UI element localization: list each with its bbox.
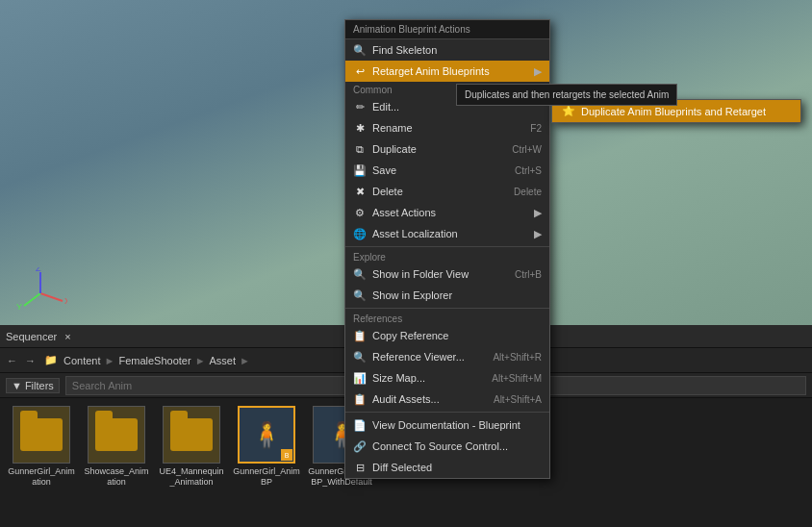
tooltip-text: Duplicates and then retargets the select… bbox=[465, 89, 669, 100]
asset-icon-folder2 bbox=[88, 406, 145, 464]
show-explorer-icon: 🔍 bbox=[353, 289, 367, 302]
asset-icon-folder1 bbox=[13, 406, 70, 464]
show-folder-icon: 🔍 bbox=[353, 267, 367, 281]
view-documentation-icon: 📄 bbox=[353, 418, 367, 432]
save-shortcut: Ctrl+S bbox=[515, 165, 542, 176]
asset-icon-char1: 🧍 B bbox=[238, 406, 295, 464]
axes-indicator: X Y Z bbox=[14, 267, 67, 320]
star-icon: ⭐ bbox=[562, 105, 575, 117]
svg-text:X: X bbox=[64, 296, 67, 306]
menu-item-retarget[interactable]: ↩ Retarget Anim Blueprints ▶ ⭐ Duplicate… bbox=[345, 61, 549, 82]
duplicate-shortcut: Ctrl+W bbox=[512, 144, 542, 155]
breadcrumb-asset[interactable]: Asset bbox=[210, 355, 237, 366]
list-item[interactable]: GunnerGirl_Animation bbox=[8, 406, 75, 515]
find-skeleton-icon: 🔍 bbox=[353, 43, 367, 57]
references-section: References 📋 Copy Reference 🔍 Reference … bbox=[345, 308, 549, 410]
list-item[interactable]: UE4_Mannequin_Animation bbox=[158, 406, 225, 515]
menu-item-label: Diff Selected bbox=[372, 462, 432, 473]
retarget-arrow-icon: ▶ bbox=[534, 65, 542, 78]
menu-item-label: Asset Actions bbox=[372, 207, 436, 218]
asset-label: GunnerGirl_Animation bbox=[8, 466, 75, 488]
breadcrumb-sep3: ► bbox=[240, 355, 250, 366]
menu-item-label: Edit... bbox=[372, 101, 399, 113]
menu-item-find-skeleton[interactable]: 🔍 Find Skeleton bbox=[345, 39, 549, 61]
delete-icon: ✖ bbox=[353, 185, 367, 198]
save-icon: 💾 bbox=[353, 163, 367, 177]
asset-label: GunnerGirl_AnimBP bbox=[233, 466, 300, 488]
filters-label: Filters bbox=[25, 380, 54, 391]
menu-item-rename[interactable]: ✱ Rename F2 bbox=[345, 117, 549, 138]
sequencer-close-button[interactable]: × bbox=[64, 331, 70, 342]
menu-item-copy-reference[interactable]: 📋 Copy Reference bbox=[345, 325, 549, 346]
explore-section-label: Explore bbox=[345, 249, 549, 264]
menu-item-size-map[interactable]: 📊 Size Map... Alt+Shift+M bbox=[345, 367, 549, 389]
audit-assets-icon: 📋 bbox=[353, 392, 367, 406]
menu-item-audit-assets[interactable]: 📋 Audit Assets... Alt+Shift+A bbox=[345, 389, 549, 410]
menu-item-label: Size Map... bbox=[372, 372, 425, 384]
sequencer-label: Sequencer bbox=[6, 331, 57, 342]
rename-icon: ✱ bbox=[353, 121, 367, 135]
menu-item-view-documentation[interactable]: 📄 View Documentation - Blueprint bbox=[345, 414, 549, 436]
menu-item-label: Reference Viewer... bbox=[372, 351, 465, 363]
filters-button[interactable]: ▼ Filters bbox=[6, 378, 60, 393]
reference-viewer-shortcut: Alt+Shift+R bbox=[493, 352, 542, 363]
rename-shortcut: F2 bbox=[530, 123, 542, 134]
menu-item-save[interactable]: 💾 Save Ctrl+S bbox=[345, 160, 549, 181]
asset-localization-arrow-icon: ▶ bbox=[534, 228, 542, 240]
asset-actions-arrow-icon: ▶ bbox=[534, 207, 542, 219]
menu-item-reference-viewer[interactable]: 🔍 Reference Viewer... Alt+Shift+R bbox=[345, 346, 549, 367]
size-map-shortcut: Alt+Shift+M bbox=[492, 373, 542, 384]
menu-item-show-explorer[interactable]: 🔍 Show in Explorer bbox=[345, 285, 549, 306]
menu-item-asset-actions[interactable]: ⚙ Asset Actions ▶ bbox=[345, 202, 549, 223]
delete-shortcut: Delete bbox=[514, 187, 542, 197]
menu-item-label: Retarget Anim Blueprints bbox=[372, 65, 490, 77]
references-section-label: References bbox=[345, 311, 549, 325]
menu-item-connect-source[interactable]: 🔗 Connect To Source Control... bbox=[345, 436, 549, 457]
menu-item-duplicate[interactable]: ⧉ Duplicate Ctrl+W bbox=[345, 138, 549, 160]
breadcrumb-folder-icon: 📁 bbox=[44, 354, 58, 366]
svg-line-2 bbox=[24, 293, 40, 306]
menu-item-label: Audit Assets... bbox=[372, 393, 440, 405]
breadcrumb-sep2: ► bbox=[195, 355, 206, 366]
list-item[interactable]: 🧍 B GunnerGirl_AnimBP bbox=[233, 406, 300, 515]
asset-icon-folder3 bbox=[163, 406, 220, 464]
breadcrumb-forward-button[interactable]: → bbox=[22, 355, 38, 366]
duplicate-icon: ⧉ bbox=[353, 142, 367, 156]
audit-assets-shortcut: Alt+Shift+A bbox=[494, 394, 542, 405]
menu-item-label: Delete bbox=[372, 186, 403, 197]
svg-text:Z: Z bbox=[36, 267, 41, 273]
menu-item-label: Connect To Source Control... bbox=[372, 440, 508, 452]
menu-item-label: Find Skeleton bbox=[372, 44, 437, 56]
size-map-icon: 📊 bbox=[353, 371, 367, 385]
reference-viewer-icon: 🔍 bbox=[353, 350, 367, 364]
menu-item-show-folder[interactable]: 🔍 Show in Folder View Ctrl+B bbox=[345, 264, 549, 285]
submenu-item-label: Duplicate Anim Blueprints and Retarget bbox=[581, 106, 766, 117]
menu-item-label: Asset Localization bbox=[372, 228, 458, 239]
menu-item-label: Copy Reference bbox=[372, 330, 449, 341]
asset-actions-icon: ⚙ bbox=[353, 206, 367, 219]
tooltip-box: Duplicates and then retargets the select… bbox=[456, 84, 677, 106]
svg-line-0 bbox=[40, 293, 63, 301]
menu-item-label: Duplicate bbox=[372, 143, 417, 155]
menu-item-label: Save bbox=[372, 164, 396, 176]
context-menu-header: Animation Blueprint Actions bbox=[345, 20, 549, 39]
diff-selected-icon: ⊟ bbox=[353, 461, 367, 474]
menu-item-label: Show in Folder View bbox=[372, 268, 469, 280]
asset-localization-icon: 🌐 bbox=[353, 227, 367, 240]
bottom-section: 📄 View Documentation - Blueprint 🔗 Conne… bbox=[345, 412, 549, 478]
explore-section: Explore 🔍 Show in Folder View Ctrl+B 🔍 S… bbox=[345, 246, 549, 306]
breadcrumb-content[interactable]: Content bbox=[63, 355, 101, 366]
menu-item-diff-selected[interactable]: ⊟ Diff Selected bbox=[345, 457, 549, 478]
connect-source-icon: 🔗 bbox=[353, 439, 367, 453]
breadcrumb-femaleshooter[interactable]: FemaleShooter bbox=[118, 355, 190, 366]
filter-icon: ▼ bbox=[12, 380, 22, 391]
list-item[interactable]: Showcase_Animation bbox=[83, 406, 150, 515]
copy-reference-icon: 📋 bbox=[353, 329, 367, 342]
asset-label: UE4_Mannequin_Animation bbox=[158, 466, 225, 488]
edit-icon: ✏ bbox=[353, 100, 367, 113]
menu-item-label: Rename bbox=[372, 122, 413, 134]
menu-item-delete[interactable]: ✖ Delete Delete bbox=[345, 181, 549, 202]
svg-text:Y: Y bbox=[16, 302, 22, 312]
breadcrumb-back-button[interactable]: ← bbox=[4, 355, 20, 366]
menu-item-asset-localization[interactable]: 🌐 Asset Localization ▶ bbox=[345, 223, 549, 244]
